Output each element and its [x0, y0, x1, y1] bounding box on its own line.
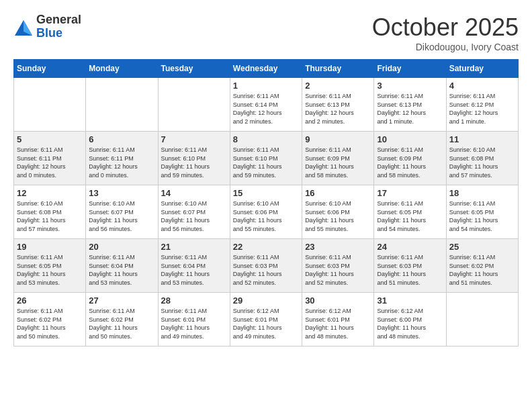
day-number: 19	[17, 242, 83, 252]
day-info: Sunrise: 6:10 AM Sunset: 6:07 PM Dayligh…	[89, 199, 154, 233]
calendar-week-row: 26Sunrise: 6:11 AM Sunset: 6:02 PM Dayli…	[14, 293, 519, 347]
calendar-day-cell: 13Sunrise: 6:10 AM Sunset: 6:07 PM Dayli…	[86, 185, 158, 239]
calendar-day-cell: 12Sunrise: 6:10 AM Sunset: 6:08 PM Dayli…	[14, 185, 86, 239]
calendar-day-cell: 16Sunrise: 6:10 AM Sunset: 6:06 PM Dayli…	[302, 185, 374, 239]
calendar-week-row: 12Sunrise: 6:10 AM Sunset: 6:08 PM Dayli…	[14, 185, 519, 239]
calendar-day-cell: 31Sunrise: 6:12 AM Sunset: 6:00 PM Dayli…	[374, 293, 446, 347]
calendar-day-cell	[86, 78, 158, 132]
day-info: Sunrise: 6:11 AM Sunset: 6:04 PM Dayligh…	[89, 253, 154, 287]
day-number: 14	[161, 188, 227, 198]
logo-icon	[13, 17, 34, 37]
calendar-day-cell: 25Sunrise: 6:11 AM Sunset: 6:02 PM Dayli…	[446, 239, 518, 293]
month-title: October 2025	[372, 13, 519, 42]
day-info: Sunrise: 6:11 AM Sunset: 6:09 PM Dayligh…	[377, 146, 443, 179]
calendar-day-cell: 27Sunrise: 6:11 AM Sunset: 6:02 PM Dayli…	[86, 293, 158, 347]
day-info: Sunrise: 6:11 AM Sunset: 6:09 PM Dayligh…	[305, 146, 371, 179]
calendar-day-cell: 26Sunrise: 6:11 AM Sunset: 6:02 PM Dayli…	[14, 293, 86, 347]
day-info: Sunrise: 6:11 AM Sunset: 6:11 PM Dayligh…	[89, 146, 154, 179]
calendar-day-cell: 20Sunrise: 6:11 AM Sunset: 6:04 PM Dayli…	[86, 239, 158, 293]
day-info: Sunrise: 6:11 AM Sunset: 6:05 PM Dayligh…	[377, 199, 443, 233]
calendar-day-cell	[446, 293, 518, 347]
day-info: Sunrise: 6:11 AM Sunset: 6:03 PM Dayligh…	[233, 253, 299, 287]
calendar-day-cell: 5Sunrise: 6:11 AM Sunset: 6:11 PM Daylig…	[14, 132, 86, 185]
calendar-table: SundayMondayTuesdayWednesdayThursdayFrid…	[13, 59, 519, 347]
calendar-day-cell: 29Sunrise: 6:12 AM Sunset: 6:01 PM Dayli…	[230, 293, 302, 347]
day-info: Sunrise: 6:10 AM Sunset: 6:08 PM Dayligh…	[17, 199, 83, 233]
day-info: Sunrise: 6:11 AM Sunset: 6:10 PM Dayligh…	[233, 146, 299, 179]
calendar-day-cell: 11Sunrise: 6:10 AM Sunset: 6:08 PM Dayli…	[446, 132, 518, 185]
logo-blue-text: Blue	[36, 27, 81, 40]
day-number: 12	[17, 188, 83, 198]
calendar-week-row: 1Sunrise: 6:11 AM Sunset: 6:14 PM Daylig…	[14, 78, 519, 132]
calendar-day-cell: 24Sunrise: 6:11 AM Sunset: 6:03 PM Dayli…	[374, 239, 446, 293]
day-info: Sunrise: 6:12 AM Sunset: 6:00 PM Dayligh…	[377, 307, 443, 340]
day-number: 5	[17, 134, 83, 144]
calendar-day-cell: 4Sunrise: 6:11 AM Sunset: 6:12 PM Daylig…	[446, 78, 518, 132]
day-info: Sunrise: 6:11 AM Sunset: 6:13 PM Dayligh…	[305, 92, 371, 126]
calendar-day-cell: 10Sunrise: 6:11 AM Sunset: 6:09 PM Dayli…	[374, 132, 446, 185]
calendar-day-cell: 21Sunrise: 6:11 AM Sunset: 6:04 PM Dayli…	[158, 239, 230, 293]
day-number: 10	[377, 134, 443, 144]
day-info: Sunrise: 6:11 AM Sunset: 6:04 PM Dayligh…	[161, 253, 227, 287]
day-number: 2	[305, 81, 371, 91]
calendar-day-cell: 14Sunrise: 6:10 AM Sunset: 6:07 PM Dayli…	[158, 185, 230, 239]
day-of-week-header: Wednesday	[230, 60, 302, 78]
day-of-week-header: Friday	[374, 60, 446, 78]
calendar-day-cell: 30Sunrise: 6:12 AM Sunset: 6:01 PM Dayli…	[302, 293, 374, 347]
day-of-week-header: Sunday	[14, 60, 86, 78]
day-number: 15	[233, 188, 299, 198]
day-number: 24	[377, 242, 443, 252]
calendar-day-cell: 15Sunrise: 6:10 AM Sunset: 6:06 PM Dayli…	[230, 185, 302, 239]
calendar-day-cell: 6Sunrise: 6:11 AM Sunset: 6:11 PM Daylig…	[86, 132, 158, 185]
day-info: Sunrise: 6:11 AM Sunset: 6:01 PM Dayligh…	[161, 307, 227, 340]
day-number: 23	[305, 242, 371, 252]
calendar-day-cell: 23Sunrise: 6:11 AM Sunset: 6:03 PM Dayli…	[302, 239, 374, 293]
day-info: Sunrise: 6:12 AM Sunset: 6:01 PM Dayligh…	[233, 307, 299, 340]
calendar-day-cell: 9Sunrise: 6:11 AM Sunset: 6:09 PM Daylig…	[302, 132, 374, 185]
day-number: 26	[17, 295, 83, 306]
day-number: 8	[233, 134, 299, 144]
day-info: Sunrise: 6:11 AM Sunset: 6:02 PM Dayligh…	[89, 307, 154, 340]
day-number: 7	[161, 134, 227, 144]
day-number: 20	[89, 242, 154, 252]
day-number: 13	[89, 188, 154, 198]
day-number: 21	[161, 242, 227, 252]
day-number: 31	[377, 295, 443, 306]
day-number: 11	[449, 134, 515, 144]
logo: General Blue	[13, 13, 81, 40]
day-number: 29	[233, 295, 299, 306]
title-block: October 2025 Dikodougou, Ivory Coast	[372, 13, 519, 52]
calendar-day-cell: 3Sunrise: 6:11 AM Sunset: 6:13 PM Daylig…	[374, 78, 446, 132]
day-info: Sunrise: 6:11 AM Sunset: 6:03 PM Dayligh…	[377, 253, 443, 287]
day-number: 1	[233, 81, 299, 91]
day-number: 22	[233, 242, 299, 252]
day-of-week-header: Thursday	[302, 60, 374, 78]
calendar-header: SundayMondayTuesdayWednesdayThursdayFrid…	[14, 60, 519, 78]
day-info: Sunrise: 6:11 AM Sunset: 6:02 PM Dayligh…	[449, 253, 515, 287]
day-number: 28	[161, 295, 227, 306]
calendar-day-cell: 2Sunrise: 6:11 AM Sunset: 6:13 PM Daylig…	[302, 78, 374, 132]
day-number: 25	[449, 242, 515, 252]
day-info: Sunrise: 6:11 AM Sunset: 6:05 PM Dayligh…	[449, 199, 515, 233]
day-info: Sunrise: 6:12 AM Sunset: 6:01 PM Dayligh…	[305, 307, 371, 340]
day-info: Sunrise: 6:11 AM Sunset: 6:02 PM Dayligh…	[17, 307, 83, 340]
calendar-day-cell: 18Sunrise: 6:11 AM Sunset: 6:05 PM Dayli…	[446, 185, 518, 239]
logo-general-text: General	[36, 13, 81, 27]
calendar-day-cell: 1Sunrise: 6:11 AM Sunset: 6:14 PM Daylig…	[230, 78, 302, 132]
day-number: 18	[449, 188, 515, 198]
day-number: 3	[377, 81, 443, 91]
day-info: Sunrise: 6:11 AM Sunset: 6:13 PM Dayligh…	[377, 92, 443, 126]
day-number: 6	[89, 134, 154, 144]
calendar-day-cell: 7Sunrise: 6:11 AM Sunset: 6:10 PM Daylig…	[158, 132, 230, 185]
calendar-day-cell: 22Sunrise: 6:11 AM Sunset: 6:03 PM Dayli…	[230, 239, 302, 293]
day-info: Sunrise: 6:10 AM Sunset: 6:08 PM Dayligh…	[449, 146, 515, 179]
calendar-day-cell	[158, 78, 230, 132]
day-number: 4	[449, 81, 515, 91]
day-number: 9	[305, 134, 371, 144]
day-info: Sunrise: 6:10 AM Sunset: 6:07 PM Dayligh…	[161, 199, 227, 233]
day-info: Sunrise: 6:11 AM Sunset: 6:10 PM Dayligh…	[161, 146, 227, 179]
calendar-day-cell: 8Sunrise: 6:11 AM Sunset: 6:10 PM Daylig…	[230, 132, 302, 185]
day-info: Sunrise: 6:11 AM Sunset: 6:12 PM Dayligh…	[449, 92, 515, 126]
day-info: Sunrise: 6:11 AM Sunset: 6:05 PM Dayligh…	[17, 253, 83, 287]
calendar-day-cell: 17Sunrise: 6:11 AM Sunset: 6:05 PM Dayli…	[374, 185, 446, 239]
